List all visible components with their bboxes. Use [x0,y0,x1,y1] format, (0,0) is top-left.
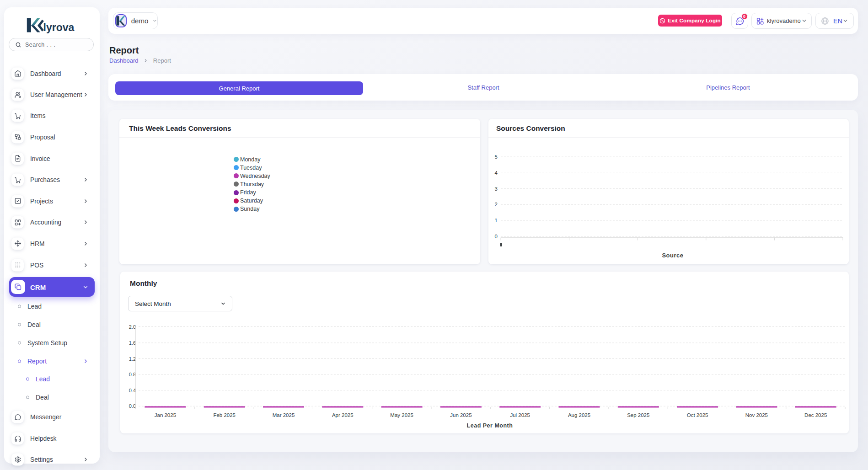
svg-text:2: 2 [495,202,498,207]
svg-text:3: 3 [495,186,498,192]
svg-text:Jun 2025: Jun 2025 [450,412,472,418]
svg-text:Source: Source [662,252,683,259]
svg-text:0.4: 0.4 [129,388,136,393]
svg-text:Dec 2025: Dec 2025 [804,412,827,418]
svg-text:Lead Per Month: Lead Per Month [467,422,513,429]
svg-text:5: 5 [495,154,498,160]
svg-text:Apr 2025: Apr 2025 [332,412,354,418]
svg-text:2.0: 2.0 [129,324,136,330]
svg-text:0: 0 [495,234,498,239]
svg-text:Oct 2025: Oct 2025 [687,412,708,418]
svg-text:May 2025: May 2025 [390,412,413,418]
svg-text:Mar 2025: Mar 2025 [273,412,295,418]
svg-text:0.8: 0.8 [129,372,136,377]
svg-text:Feb 2025: Feb 2025 [213,412,236,418]
svg-text:1.6: 1.6 [129,340,136,346]
svg-text:Nov 2025: Nov 2025 [745,412,768,418]
svg-text:Jul 2025: Jul 2025 [510,412,530,418]
svg-text:4: 4 [495,170,498,176]
svg-text:lyrova: lyrova [43,21,75,33]
svg-text:Aug 2025: Aug 2025 [568,412,590,418]
svg-text:Sep 2025: Sep 2025 [627,412,649,418]
svg-text:0.0: 0.0 [129,403,136,409]
svg-text:Jan 2025: Jan 2025 [155,412,176,418]
svg-text:1.2: 1.2 [129,356,136,362]
svg-text:1: 1 [495,218,498,223]
